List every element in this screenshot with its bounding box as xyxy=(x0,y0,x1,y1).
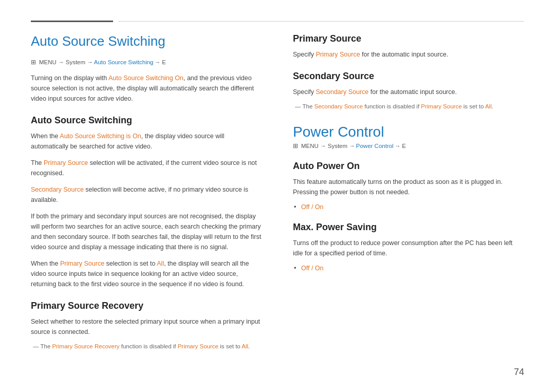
menu-path-power-text: MENU → System → xyxy=(301,143,355,149)
menu-icon: ⊞ xyxy=(31,59,36,66)
highlight-secondary-source2: Secondary Source xyxy=(316,88,368,96)
primary-source-recovery-para: Select whether to restore the selected p… xyxy=(31,316,262,337)
highlight-switching-on: Auto Source Switching is On xyxy=(60,133,141,140)
highlight-all1: All xyxy=(157,260,164,267)
auto-power-on-para: This feature automatically turns on the … xyxy=(293,177,524,197)
max-power-saving-options: Off / On xyxy=(301,265,324,272)
menu-path-auto-source: ⊞ MENU → System → Auto Source Switching … xyxy=(31,59,262,66)
auto-source-para3: Secondary Source selection will become a… xyxy=(31,184,262,205)
max-power-saving-item: Off / On xyxy=(301,265,524,272)
power-control-heading: Power Control xyxy=(293,124,524,140)
content-area: Auto Source Switching ⊞ MENU → System → … xyxy=(31,33,524,371)
note-primary-source: Primary Source xyxy=(178,343,218,349)
rule-thin xyxy=(118,21,524,22)
highlight-auto-source-on: Auto Source Switching On xyxy=(108,74,183,82)
primary-source-recovery-note: The Primary Source Recovery function is … xyxy=(31,343,262,349)
auto-source-para4: If both the primary and secondary input … xyxy=(31,211,262,252)
auto-power-on-item: Off / On xyxy=(301,203,524,211)
auto-source-para5: When the Primary Source selection is set… xyxy=(31,258,262,289)
note-all2: All xyxy=(485,103,492,109)
rule-thick xyxy=(31,21,113,22)
top-rule xyxy=(31,21,524,22)
note-all: All xyxy=(242,343,248,349)
page-number: 74 xyxy=(514,367,524,378)
section-primary-source: Primary Source xyxy=(293,33,524,44)
page: Auto Source Switching ⊞ MENU → System → … xyxy=(0,0,555,392)
auto-power-on-options: Off / On xyxy=(301,203,324,211)
section-auto-power-on: Auto Power On xyxy=(293,161,524,172)
highlight-primary-source2: Primary Source xyxy=(60,260,104,267)
right-column: Primary Source Specify Primary Source fo… xyxy=(293,33,524,371)
secondary-source-para: Specify Secondary Source for the automat… xyxy=(293,87,524,97)
section-max-power-saving: Max. Power Saving xyxy=(293,222,524,233)
note-secondary-source: Secondary Source xyxy=(314,103,363,109)
max-power-saving-para: Turns off the product to reduce power co… xyxy=(293,238,524,258)
highlight-primary-source1: Primary Source xyxy=(44,159,88,166)
menu-path-suffix: → E xyxy=(155,59,166,65)
auto-power-on-list: Off / On xyxy=(293,203,524,211)
section-auto-source-switching: Auto Source Switching xyxy=(31,115,262,126)
menu-path-power-control: ⊞ MENU → System → Power Control → E xyxy=(293,142,524,150)
menu-path-power-suffix: → E xyxy=(395,143,406,149)
menu-path-link: Auto Source Switching xyxy=(94,59,154,65)
intro-paragraph: Turning on the display with Auto Source … xyxy=(31,73,262,104)
left-column: Auto Source Switching ⊞ MENU → System → … xyxy=(31,33,262,371)
menu-icon-power: ⊞ xyxy=(293,142,298,150)
primary-source-para: Specify Primary Source for the automatic… xyxy=(293,49,524,60)
section-secondary-source: Secondary Source xyxy=(293,71,524,82)
menu-path-power-link: Power Control xyxy=(356,143,394,149)
highlight-primary-source3: Primary Source xyxy=(316,51,360,58)
highlight-secondary-source1: Secondary Source xyxy=(31,186,84,193)
auto-source-para1: When the Auto Source Switching is On, th… xyxy=(31,131,262,152)
note-primary-source2: Primary Source xyxy=(421,103,461,109)
section-primary-source-recovery: Primary Source Recovery xyxy=(31,301,262,311)
secondary-source-note: The Secondary Source function is disable… xyxy=(293,103,524,109)
page-title: Auto Source Switching xyxy=(31,33,262,49)
max-power-saving-list: Off / On xyxy=(293,265,524,272)
menu-path-text: MENU → System → xyxy=(39,59,93,65)
auto-source-para2: The Primary Source selection will be act… xyxy=(31,158,262,178)
note-primary-source-recovery: Primary Source Recovery xyxy=(52,343,120,349)
